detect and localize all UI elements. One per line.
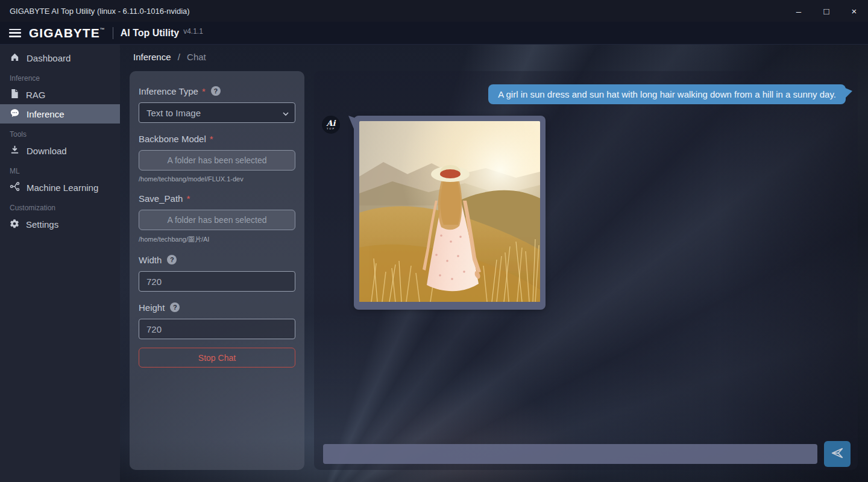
generated-image[interactable] bbox=[359, 121, 540, 302]
download-icon bbox=[10, 145, 20, 157]
sidebar-item-download[interactable]: Download bbox=[0, 141, 120, 160]
app-header: GIGABYTE™ AI Top Utility v4.1.1 bbox=[0, 22, 868, 45]
save-path-path: /home/techbang/圖片/AI bbox=[139, 235, 295, 244]
breadcrumb: Inference / Chat bbox=[133, 52, 206, 62]
save-path-label: Save_Path* bbox=[139, 192, 295, 205]
app-version: v4.1.1 bbox=[183, 27, 203, 36]
sidebar-item-label: Inference bbox=[27, 109, 64, 119]
maximize-button[interactable]: □ bbox=[813, 0, 840, 22]
sidebar-item-rag[interactable]: RAG bbox=[0, 85, 120, 104]
breadcrumb-separator: / bbox=[178, 52, 180, 62]
height-label: Height? bbox=[139, 301, 295, 314]
sidebar-section-inference: Inference bbox=[0, 67, 120, 85]
required-asterisk: * bbox=[186, 193, 190, 204]
app-name: AI Top Utility bbox=[121, 28, 179, 39]
chat-panel: A girl in sun dress and sun hat with lon… bbox=[314, 71, 858, 470]
width-label: Width? bbox=[139, 253, 295, 266]
breadcrumb-parent[interactable]: Inference bbox=[133, 52, 171, 62]
sidebar-item-label: Dashboard bbox=[27, 53, 71, 63]
menu-icon[interactable] bbox=[9, 29, 21, 37]
user-message-text: A girl in sun dress and sun hat with lon… bbox=[498, 89, 836, 99]
sidebar-item-inference[interactable]: Inference bbox=[0, 104, 120, 124]
sidebar-item-label: RAG bbox=[26, 90, 46, 100]
help-icon[interactable]: ? bbox=[167, 255, 177, 264]
window-controls: – □ × bbox=[785, 0, 868, 22]
sidebar-item-dashboard[interactable]: Dashboard bbox=[0, 48, 120, 67]
bubble-tail bbox=[347, 116, 360, 129]
sidebar-item-label: Download bbox=[27, 146, 67, 156]
bubble-tail bbox=[844, 87, 852, 99]
sidebar-item-label: Settings bbox=[26, 219, 58, 230]
branch-icon bbox=[10, 181, 20, 193]
required-asterisk: * bbox=[210, 134, 213, 144]
help-icon[interactable]: ? bbox=[170, 302, 180, 312]
os-title-bar: GIGABYTE AI Top Utility (linux - 6.11.0-… bbox=[0, 0, 868, 22]
header-divider bbox=[113, 27, 113, 39]
breadcrumb-current: Chat bbox=[187, 52, 206, 62]
window-title: GIGABYTE AI Top Utility (linux - 6.11.0-… bbox=[10, 7, 190, 16]
send-button[interactable] bbox=[824, 441, 851, 467]
paper-plane-icon bbox=[831, 446, 844, 462]
main-content: Inference / Chat Inference Type*? Text t… bbox=[120, 45, 868, 482]
required-asterisk: * bbox=[202, 86, 206, 96]
inference-type-label: Inference Type*? bbox=[139, 84, 295, 98]
save-path-folder-button[interactable]: A folder has been selected bbox=[139, 210, 295, 230]
inference-settings-panel: Inference Type*? Text to Image Backbone … bbox=[130, 71, 304, 470]
backbone-model-label: Backbone Model* bbox=[139, 132, 295, 145]
user-message-bubble: A girl in sun dress and sun hat with lon… bbox=[488, 84, 846, 104]
help-icon[interactable]: ? bbox=[211, 86, 221, 96]
gear-icon bbox=[10, 219, 19, 230]
assistant-message-bubble bbox=[354, 116, 546, 310]
brand-logo: GIGABYTE™ bbox=[29, 26, 105, 40]
sidebar-section-ml: ML bbox=[0, 160, 120, 178]
sidebar-item-settings[interactable]: Settings bbox=[0, 214, 120, 234]
close-button[interactable]: × bbox=[840, 0, 868, 22]
home-icon bbox=[10, 52, 20, 64]
sidebar-section-customization: Customization bbox=[0, 197, 120, 214]
document-icon bbox=[10, 89, 19, 101]
sidebar-item-machine-learning[interactable]: Machine Learning bbox=[0, 178, 120, 197]
sidebar-section-tools: Tools bbox=[0, 124, 120, 141]
backbone-model-path: /home/techbang/model/FLUX.1-dev bbox=[139, 175, 295, 183]
inference-type-select[interactable]: Text to Image bbox=[139, 102, 295, 123]
stop-chat-button[interactable]: Stop Chat bbox=[139, 348, 295, 368]
backbone-model-folder-button[interactable]: A folder has been selected bbox=[139, 150, 295, 171]
chat-message-input[interactable] bbox=[323, 444, 817, 464]
width-input[interactable] bbox=[139, 271, 295, 292]
chat-icon bbox=[10, 108, 20, 120]
height-input[interactable] bbox=[139, 319, 295, 339]
assistant-avatar: Ai TOP bbox=[322, 116, 340, 134]
trademark: ™ bbox=[100, 27, 105, 33]
assistant-message-row: Ai TOP bbox=[322, 116, 546, 310]
minimize-button[interactable]: – bbox=[785, 0, 813, 22]
sidebar: Dashboard Inference RAG Inference Tools … bbox=[0, 45, 120, 482]
sidebar-item-label: Machine Learning bbox=[27, 183, 98, 193]
